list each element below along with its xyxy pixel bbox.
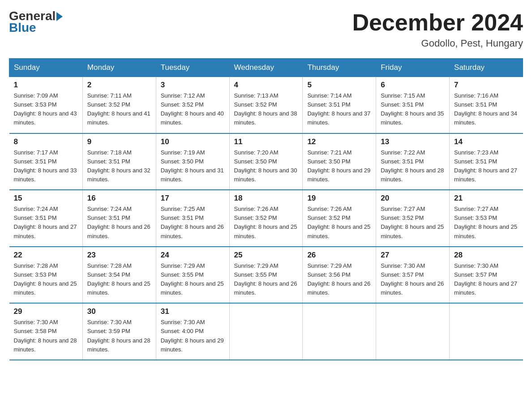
day-info: Sunrise: 7:29 AMSunset: 3:55 PMDaylight:… [161,261,225,298]
day-info: Sunrise: 7:16 AMSunset: 3:51 PMDaylight:… [454,91,518,128]
day-info: Sunrise: 7:28 AMSunset: 3:54 PMDaylight:… [87,261,151,298]
day-info: Sunrise: 7:14 AMSunset: 3:51 PMDaylight:… [307,91,371,128]
calendar-day-cell: 23Sunrise: 7:28 AMSunset: 3:54 PMDayligh… [82,247,156,304]
calendar-day-cell: 15Sunrise: 7:24 AMSunset: 3:51 PMDayligh… [9,190,83,247]
calendar-week-row: 1Sunrise: 7:09 AMSunset: 3:53 PMDaylight… [9,77,523,133]
calendar-table: SundayMondayTuesdayWednesdayThursdayFrid… [9,58,523,360]
calendar-day-cell [376,303,450,360]
calendar-day-cell [229,303,303,360]
location-title: Godollo, Pest, Hungary [352,38,523,49]
day-number: 12 [307,137,371,146]
calendar-day-cell [303,303,376,360]
day-number: 19 [307,194,371,203]
calendar-day-cell: 18Sunrise: 7:26 AMSunset: 3:52 PMDayligh… [229,190,303,247]
day-number: 20 [381,194,445,203]
day-info: Sunrise: 7:12 AMSunset: 3:52 PMDaylight:… [161,91,225,128]
calendar-day-cell: 28Sunrise: 7:30 AMSunset: 3:57 PMDayligh… [450,247,523,304]
calendar-day-cell [450,303,523,360]
calendar-week-row: 29Sunrise: 7:30 AMSunset: 3:58 PMDayligh… [9,303,523,360]
day-info: Sunrise: 7:09 AMSunset: 3:53 PMDaylight:… [14,91,78,128]
day-number: 11 [234,137,298,146]
calendar-day-cell: 31Sunrise: 7:30 AMSunset: 4:00 PMDayligh… [156,303,229,360]
calendar-day-cell: 3Sunrise: 7:12 AMSunset: 3:52 PMDaylight… [156,77,229,133]
day-info: Sunrise: 7:23 AMSunset: 3:51 PMDaylight:… [454,148,518,184]
day-info: Sunrise: 7:29 AMSunset: 3:55 PMDaylight:… [234,261,298,298]
calendar-day-cell: 14Sunrise: 7:23 AMSunset: 3:51 PMDayligh… [450,133,523,190]
calendar-day-cell: 9Sunrise: 7:18 AMSunset: 3:51 PMDaylight… [82,133,156,190]
weekday-header: Saturday [450,59,523,77]
page-header: General Blue December 2024 Godollo, Pest… [9,9,523,49]
calendar-day-cell: 13Sunrise: 7:22 AMSunset: 3:51 PMDayligh… [376,133,450,190]
day-number: 25 [234,251,298,260]
day-number: 28 [454,251,518,260]
day-number: 1 [14,81,78,90]
day-number: 21 [454,194,518,203]
day-info: Sunrise: 7:30 AMSunset: 4:00 PMDaylight:… [161,318,225,354]
day-number: 23 [87,251,151,260]
calendar-day-cell: 19Sunrise: 7:26 AMSunset: 3:52 PMDayligh… [303,190,376,247]
day-number: 29 [14,307,78,316]
title-area: December 2024 Godollo, Pest, Hungary [352,9,523,49]
calendar-day-cell: 20Sunrise: 7:27 AMSunset: 3:52 PMDayligh… [376,190,450,247]
day-info: Sunrise: 7:24 AMSunset: 3:51 PMDaylight:… [14,205,78,241]
day-number: 2 [87,81,151,90]
day-info: Sunrise: 7:13 AMSunset: 3:52 PMDaylight:… [234,91,298,128]
calendar-day-cell: 1Sunrise: 7:09 AMSunset: 3:53 PMDaylight… [9,77,83,133]
logo: General Blue [9,9,63,35]
day-info: Sunrise: 7:19 AMSunset: 3:50 PMDaylight:… [161,148,225,184]
day-number: 16 [87,194,151,203]
calendar-day-cell: 6Sunrise: 7:15 AMSunset: 3:51 PMDaylight… [376,77,450,133]
day-info: Sunrise: 7:26 AMSunset: 3:52 PMDaylight:… [234,205,298,241]
calendar-day-cell: 29Sunrise: 7:30 AMSunset: 3:58 PMDayligh… [9,303,83,360]
day-number: 24 [161,251,225,260]
day-info: Sunrise: 7:20 AMSunset: 3:50 PMDaylight:… [234,148,298,184]
weekday-header: Monday [82,59,156,77]
weekday-header: Wednesday [229,59,303,77]
calendar-day-cell: 7Sunrise: 7:16 AMSunset: 3:51 PMDaylight… [450,77,523,133]
calendar-day-cell: 11Sunrise: 7:20 AMSunset: 3:50 PMDayligh… [229,133,303,190]
weekday-header: Friday [376,59,450,77]
day-number: 30 [87,307,151,316]
calendar-day-cell: 10Sunrise: 7:19 AMSunset: 3:50 PMDayligh… [156,133,229,190]
day-info: Sunrise: 7:30 AMSunset: 3:58 PMDaylight:… [14,318,78,354]
day-info: Sunrise: 7:29 AMSunset: 3:56 PMDaylight:… [307,261,371,298]
calendar-day-cell: 12Sunrise: 7:21 AMSunset: 3:50 PMDayligh… [303,133,376,190]
day-number: 5 [307,81,371,90]
calendar-day-cell: 24Sunrise: 7:29 AMSunset: 3:55 PMDayligh… [156,247,229,304]
day-number: 13 [381,137,445,146]
calendar-day-cell: 27Sunrise: 7:30 AMSunset: 3:57 PMDayligh… [376,247,450,304]
day-number: 22 [14,251,78,260]
day-number: 7 [454,81,518,90]
calendar-day-cell: 17Sunrise: 7:25 AMSunset: 3:51 PMDayligh… [156,190,229,247]
day-number: 31 [161,307,225,316]
day-number: 4 [234,81,298,90]
day-number: 18 [234,194,298,203]
logo-arrow-icon [56,12,63,21]
day-info: Sunrise: 7:22 AMSunset: 3:51 PMDaylight:… [381,148,445,184]
day-info: Sunrise: 7:21 AMSunset: 3:50 PMDaylight:… [307,148,371,184]
calendar-day-cell: 21Sunrise: 7:27 AMSunset: 3:53 PMDayligh… [450,190,523,247]
day-number: 10 [161,137,225,146]
day-info: Sunrise: 7:28 AMSunset: 3:53 PMDaylight:… [14,261,78,298]
day-info: Sunrise: 7:25 AMSunset: 3:51 PMDaylight:… [161,205,225,241]
calendar-week-row: 15Sunrise: 7:24 AMSunset: 3:51 PMDayligh… [9,190,523,247]
day-info: Sunrise: 7:24 AMSunset: 3:51 PMDaylight:… [87,205,151,241]
day-info: Sunrise: 7:27 AMSunset: 3:52 PMDaylight:… [381,205,445,241]
calendar-day-cell: 4Sunrise: 7:13 AMSunset: 3:52 PMDaylight… [229,77,303,133]
logo-blue: Blue [9,21,36,35]
day-info: Sunrise: 7:30 AMSunset: 3:57 PMDaylight:… [381,261,445,298]
day-number: 14 [454,137,518,146]
calendar-header-row: SundayMondayTuesdayWednesdayThursdayFrid… [9,59,523,77]
calendar-day-cell: 8Sunrise: 7:17 AMSunset: 3:51 PMDaylight… [9,133,83,190]
month-title: December 2024 [352,9,523,36]
day-info: Sunrise: 7:15 AMSunset: 3:51 PMDaylight:… [381,91,445,128]
calendar-week-row: 8Sunrise: 7:17 AMSunset: 3:51 PMDaylight… [9,133,523,190]
day-info: Sunrise: 7:26 AMSunset: 3:52 PMDaylight:… [307,205,371,241]
weekday-header: Tuesday [156,59,229,77]
calendar-day-cell: 26Sunrise: 7:29 AMSunset: 3:56 PMDayligh… [303,247,376,304]
weekday-header: Sunday [9,59,83,77]
day-number: 9 [87,137,151,146]
day-info: Sunrise: 7:17 AMSunset: 3:51 PMDaylight:… [14,148,78,184]
calendar-week-row: 22Sunrise: 7:28 AMSunset: 3:53 PMDayligh… [9,247,523,304]
day-number: 17 [161,194,225,203]
